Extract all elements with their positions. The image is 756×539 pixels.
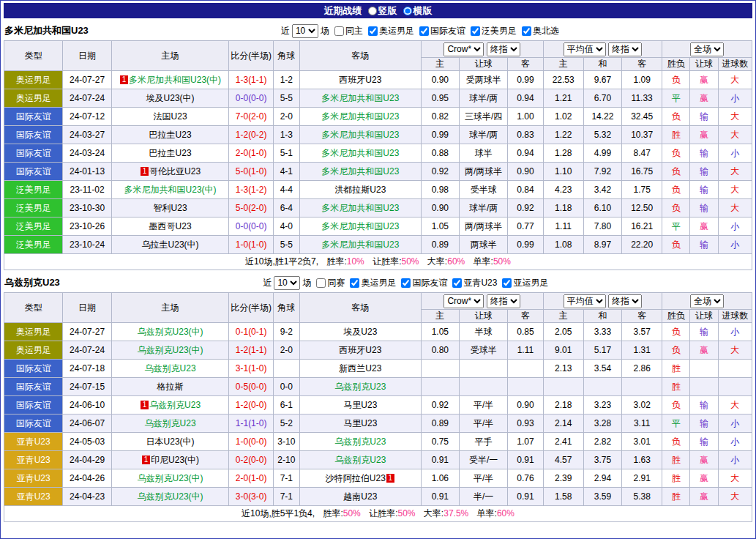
team-name[interactable]: 巴拉圭U23: [149, 148, 192, 158]
league-checkbox[interactable]: [471, 26, 480, 36]
vertical-radio[interactable]: [368, 7, 377, 15]
team-name[interactable]: 印尼U23(中): [151, 455, 199, 465]
team-name[interactable]: 多米尼加共和国U23: [321, 166, 399, 176]
team-name[interactable]: 乌拉圭U23(中): [142, 239, 199, 250]
team-name[interactable]: 多米尼加共和国U23: [321, 148, 399, 158]
team-name[interactable]: 多米尼加共和国U23(中): [124, 185, 217, 195]
average-select[interactable]: 平均值: [564, 42, 606, 56]
team-name[interactable]: 埃及U23: [343, 327, 377, 337]
team-name[interactable]: 多米尼加共和国U23: [321, 93, 399, 103]
match-type-label: 国际友谊: [4, 144, 63, 163]
team-name[interactable]: 乌兹别克U23: [334, 436, 386, 447]
team-name[interactable]: 哥伦比亚U23: [149, 166, 201, 176]
match-type-label: 国际友谊: [4, 415, 63, 433]
team-name[interactable]: 乌兹别克U23(中): [138, 491, 203, 502]
result-goals: 大: [718, 469, 752, 488]
team-name[interactable]: 乌兹别克U23(中): [138, 473, 203, 483]
team-name[interactable]: 多米尼加共和国U23(中): [129, 75, 221, 85]
book-odds-time-select[interactable]: 终指: [487, 42, 520, 56]
team-name[interactable]: 越南U23: [343, 491, 377, 502]
league-filter-qualifier[interactable]: 奥北选: [519, 25, 559, 37]
team-name[interactable]: 乌兹别克U23: [145, 363, 196, 373]
match-date: 24-04-23: [63, 488, 111, 506]
odds-home: 0.91: [421, 488, 459, 506]
team-name[interactable]: 埃及U23(中): [146, 93, 195, 103]
league-checkbox[interactable]: [419, 26, 429, 36]
match-type-label: 奥运男足: [4, 323, 63, 341]
league-filter-panam[interactable]: 泛美男足: [468, 25, 517, 37]
team-name[interactable]: 智利U23: [154, 203, 187, 213]
team-name[interactable]: 多米尼加共和国U23: [321, 221, 399, 231]
team-name[interactable]: 格拉斯: [157, 382, 184, 392]
avg-odds-away: 1.09: [622, 71, 662, 89]
match-date: 24-07-18: [63, 360, 111, 378]
league-filter-friendly[interactable]: 国际友谊: [398, 277, 447, 289]
bookmaker-select[interactable]: Crow*: [444, 42, 484, 56]
match-type-label: 亚青U23: [4, 469, 63, 488]
scope-select[interactable]: 全场: [690, 294, 724, 308]
result-handicap: 赢: [690, 71, 718, 89]
avg-odds-time-select[interactable]: 终指: [608, 294, 642, 308]
team-name[interactable]: 新西兰U23: [339, 363, 381, 373]
team-name[interactable]: 墨西哥U23: [149, 221, 192, 231]
team-name[interactable]: 乌兹别克U23: [145, 418, 196, 428]
team-name[interactable]: 乌兹别克U23(中): [138, 327, 203, 337]
team-name[interactable]: 日本U23(中): [146, 436, 195, 447]
same-checkbox[interactable]: [334, 26, 344, 36]
team-name[interactable]: 多米尼加共和国U23: [321, 111, 399, 122]
team-name[interactable]: 乌兹别克U23: [334, 382, 386, 392]
layout-option-horizontal[interactable]: 横版: [403, 4, 433, 18]
league-checkbox[interactable]: [368, 26, 378, 36]
league-checkbox[interactable]: [401, 278, 411, 288]
team-name[interactable]: 洪都拉斯U23: [334, 185, 386, 195]
match-count-select[interactable]: 10: [292, 24, 318, 38]
layout-option-vertical[interactable]: 竖版: [368, 4, 397, 18]
team-name[interactable]: 西班牙U23: [339, 75, 381, 85]
league-checkbox[interactable]: [350, 278, 359, 288]
team-name[interactable]: 多米尼加共和国U23: [321, 239, 399, 250]
corner-score: 1-3: [273, 126, 299, 144]
team-name[interactable]: 巴拉圭U23: [149, 130, 192, 140]
match-date: 23-10-26: [63, 218, 111, 236]
match-row: 亚青U2324-04-291印尼U23(中)0-2(0-0)2-10乌兹别克U2…: [4, 451, 752, 469]
league-filter-olympic[interactable]: 奥运男足: [365, 25, 414, 37]
team-name[interactable]: 乌兹别克U23: [149, 400, 201, 410]
corner-score: 4-1: [273, 163, 299, 181]
league-checkbox[interactable]: [452, 278, 462, 288]
team-name[interactable]: 西班牙U23: [339, 345, 381, 355]
league-filter-olympic[interactable]: 奥运男足: [347, 277, 396, 289]
match-count-select[interactable]: 10: [274, 276, 300, 290]
team-name[interactable]: 马里U23: [343, 400, 377, 410]
same-checkbox[interactable]: [316, 278, 326, 288]
team-name[interactable]: 马里U23: [343, 418, 377, 428]
bookmaker-select[interactable]: Crow*: [444, 294, 484, 308]
odds-away: 0.99: [508, 236, 543, 254]
match-score: 5-0(2-0): [229, 199, 273, 218]
team-name[interactable]: 沙特阿拉伯U23: [326, 473, 386, 483]
matches-table: 类型 日期 主场 比分(半场) 角球 客场 Crow* 终指 平均值 终指: [4, 40, 752, 270]
result-wdl: 负: [662, 181, 690, 199]
horizontal-radio[interactable]: [403, 7, 412, 15]
book-odds-time-select[interactable]: 终指: [487, 294, 520, 308]
same-filter[interactable]: 同赛: [313, 277, 345, 289]
team-name[interactable]: 乌兹别克U23(中): [138, 345, 203, 355]
match-type-label: 奥运男足: [4, 89, 63, 108]
team-name[interactable]: 多米尼加共和国U23: [321, 130, 399, 140]
league-checkbox[interactable]: [522, 26, 531, 36]
same-filter[interactable]: 同主: [332, 25, 363, 37]
league-checkbox[interactable]: [502, 278, 512, 288]
league-filter-afc-u23[interactable]: 亚青U23: [449, 277, 497, 289]
match-type-label: 奥运男足: [4, 341, 63, 360]
league-filter-asian-games[interactable]: 亚运男足: [499, 277, 548, 289]
team-name[interactable]: 法国U23: [154, 111, 187, 122]
avg-odds-time-select[interactable]: 终指: [608, 42, 642, 56]
match-row: 亚青U2324-04-23乌兹别克U23(中)3-0(3-0)7-1越南U230…: [4, 488, 752, 506]
scope-select[interactable]: 全场: [690, 42, 724, 56]
team-name[interactable]: 乌兹别克U23: [334, 455, 386, 465]
summary-stat-handicap-rate: 让胜率:50%: [369, 508, 415, 518]
match-date: 24-03-27: [63, 126, 111, 144]
league-filter-friendly[interactable]: 国际友谊: [416, 25, 465, 37]
team-name[interactable]: 多米尼加共和国U23: [321, 203, 399, 213]
section-head: 多米尼加共和国U23 近 10 场 同主 奥运男足 国际友谊 泛美男足 奥北选: [4, 21, 752, 40]
average-select[interactable]: 平均值: [564, 294, 606, 308]
